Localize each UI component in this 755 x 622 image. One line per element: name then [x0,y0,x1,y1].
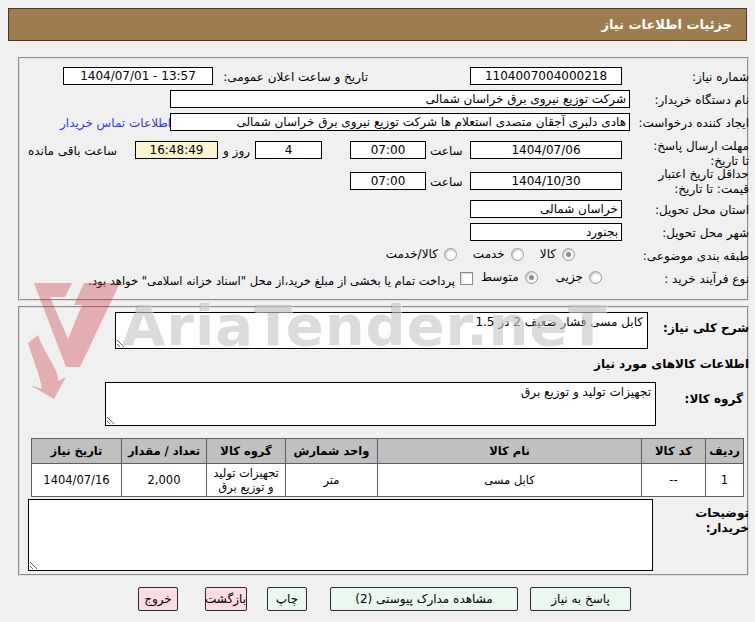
remaining-hours-label: ساعت باقی مانده [28,144,117,158]
col-need-date: تاریخ نیاز [32,439,122,464]
buyer-org-label: نام دستگاه خریدار: [655,93,750,107]
process-option-label: جزیی [556,270,583,284]
col-unit: واحد شمارش [286,439,378,464]
buyer-contact-link[interactable]: اطلاعات تماس خریدار [60,116,171,130]
radio-goods-service-icon[interactable] [444,248,457,261]
need-number-label: شماره نیاز: [692,70,749,84]
exit-button[interactable]: خروج [138,587,178,611]
treasury-checkbox[interactable] [460,272,473,285]
process-option-partial[interactable]: جزیی [556,270,602,284]
buyer-org-field[interactable]: شرکت توزیع نیروی برق خراسان شمالی [170,90,630,108]
announce-label: تاریخ و ساعت اعلان عمومی: [223,70,368,84]
classification-option-goods-service[interactable]: کالا/خدمت [386,247,457,261]
back-button[interactable]: بازگشت [205,587,247,611]
treasury-note: پرداخت تمام یا بخشی از مبلغ خرید،از محل … [57,274,455,288]
cell-group: تجهیزات تولید و توزیع برق [207,464,286,497]
classification-radio-group: کالا خدمت کالا/خدمت [386,247,575,261]
validity-hour-label: ساعت [430,175,463,189]
remaining-time-field: 16:48:49 [135,141,218,159]
page-title: جزئیات اطلاعات نیاز [8,8,747,41]
classification-option-label: کالا/خدمت [386,247,438,261]
buyer-notes-label: توضیحات خریدار: [683,506,749,536]
respond-button[interactable]: پاسخ به نیاز [530,587,631,611]
classification-option-label: کالا [540,247,556,261]
radio-service-icon[interactable] [511,248,524,261]
need-desc-label: شرح کلی نیاز: [663,321,749,335]
creator-label: ایجاد کننده درخواست: [638,116,749,130]
need-desc-textarea[interactable]: کابل مسی فشار ضعیف 2 در 1.5 [115,312,648,349]
days-and-label: روز و [223,144,250,158]
cell-unit: متر [286,464,378,497]
classification-option-goods[interactable]: کالا [540,247,575,261]
province-field[interactable]: خراسان شمالی [470,200,622,218]
city-field[interactable]: بجنورد [470,223,622,241]
cell-quantity: 2,000 [122,464,207,497]
goods-group-textarea[interactable]: تجهیزات تولید و توزیع برق [105,382,656,426]
goods-section-heading: اطلاعات کالاهای مورد نیاز [594,357,749,371]
process-type-label: نوع فرآیند خرید : [664,272,749,286]
goods-table-header-row: ردیف کد کالا نام کالا واحد شمارش گروه کا… [32,439,744,464]
process-option-label: متوسط [481,270,519,284]
validity-time-field[interactable]: 07:00 [350,172,426,190]
announce-datetime-field[interactable]: 1404/07/01 - 13:57 [63,67,213,85]
print-button[interactable]: چاپ [267,587,307,611]
city-label: شهر محل تحویل: [662,226,749,240]
deadline-label: مهلت ارسال پاسخ: تا تاریخ: [649,139,749,169]
deadline-date-field[interactable]: 1404/07/06 [470,141,622,159]
col-quantity: تعداد / مقدار [122,439,207,464]
col-item-name: نام کالا [378,439,642,464]
creator-field[interactable]: هادی دلبری آجقان متصدی استعلام ها شرکت ت… [170,113,630,131]
process-radio-group: جزیی متوسط [481,270,602,284]
classification-option-label: خدمت [473,247,505,261]
validity-date-field[interactable]: 1404/10/30 [470,172,622,190]
classification-option-service[interactable]: خدمت [473,247,524,261]
validity-label: حداقل تاریخ اعتبار قیمت: تا تاریخ: [649,167,749,197]
cell-item-code: -- [642,464,706,497]
table-row: 1 -- کابل مسی متر تجهیزات تولید و توزیع … [32,464,744,497]
goods-table: ردیف کد کالا نام کالا واحد شمارش گروه کا… [31,438,744,497]
province-label: استان محل تحویل: [655,203,749,217]
cell-row-number: 1 [706,464,744,497]
need-number-field[interactable]: 1104007004000218 [470,67,622,85]
col-group: گروه کالا [207,439,286,464]
radio-goods-icon[interactable] [562,248,575,261]
cell-item-name: کابل مسی [378,464,642,497]
tender-detail-page: { "title": "جزئیات اطلاعات نیاز", "water… [0,0,755,622]
col-row-number: ردیف [706,439,744,464]
buyer-notes-textarea[interactable] [28,499,653,571]
view-attachments-button[interactable]: مشاهده مدارک پیوستی (2) [330,587,518,611]
deadline-time-field[interactable]: 07:00 [350,141,426,159]
remaining-days-field: 4 [255,141,322,159]
col-item-code: کد کالا [642,439,706,464]
radio-partial-icon[interactable] [589,271,602,284]
deadline-hour-label: ساعت [430,144,463,158]
goods-group-label: گروه کالا: [685,392,743,406]
cell-need-date: 1404/07/16 [32,464,122,497]
process-option-medium[interactable]: متوسط [481,270,538,284]
classification-label: طبقه بندی موضوعی: [643,249,749,263]
radio-medium-icon[interactable] [525,271,538,284]
